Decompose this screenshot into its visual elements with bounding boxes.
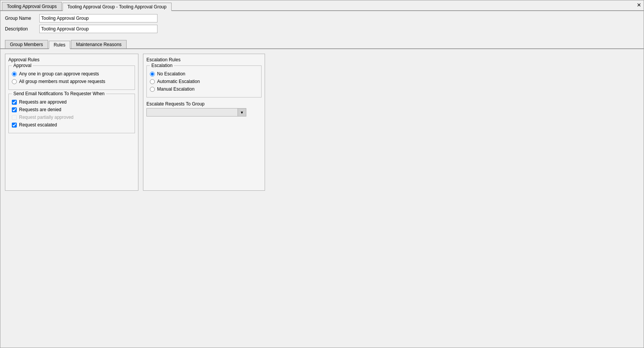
sub-tab-group-members[interactable]: Group Members [5, 40, 48, 48]
cb-approved-row: Requests are approved [12, 99, 132, 105]
radio-any-one-row: Any one in group can approve requests [12, 71, 132, 77]
description-input[interactable] [39, 25, 157, 33]
tab-tooling-approval-groups[interactable]: Tooling Approval Groups [2, 2, 62, 10]
escalation-rules-panel: Escalation Rules Escalation No Escalatio… [143, 54, 265, 191]
sub-tab-maintenance-reasons[interactable]: Maintenance Reasons [71, 40, 126, 48]
cb-denied-label: Requests are denied [19, 107, 61, 112]
cb-partial-row: Request partially approved [12, 115, 132, 120]
group-name-input[interactable] [39, 14, 157, 22]
form-area: Group Name Description [0, 11, 644, 38]
radio-no-escalation[interactable] [150, 72, 155, 77]
content-area: Approval Rules Approval Any one in group… [0, 49, 644, 195]
approval-options: Any one in group can approve requests Al… [12, 69, 132, 84]
radio-all-members[interactable] [12, 79, 17, 84]
approval-legend: Approval [12, 63, 33, 68]
approval-rules-panel: Approval Rules Approval Any one in group… [5, 54, 138, 191]
cb-escalated-row: Request escalated [12, 122, 132, 128]
tab-label-detail: Tooling Approval Group - Tooling Approva… [67, 4, 167, 10]
escalate-to-group-input[interactable] [146, 108, 238, 117]
escalation-legend: Escalation [150, 63, 174, 68]
radio-any-one-label[interactable]: Any one in group can approve requests [19, 71, 99, 77]
sub-tab-rules-label: Rules [54, 42, 66, 48]
notifications-group-box: Send Email Notifications To Requester Wh… [8, 94, 135, 133]
tab-tooling-approval-group-detail[interactable]: Tooling Approval Group - Tooling Approva… [63, 3, 172, 11]
radio-automatic[interactable] [150, 79, 155, 84]
radio-no-escalation-label[interactable]: No Escalation [157, 71, 185, 77]
radio-any-one[interactable] [12, 72, 17, 77]
cb-partial[interactable] [12, 115, 17, 120]
escalate-to-group-label: Escalate Requests To Group [146, 101, 262, 107]
radio-no-escalation-row: No Escalation [150, 71, 258, 77]
escalation-rules-title: Escalation Rules [146, 57, 262, 62]
main-window: Tooling Approval Groups Tooling Approval… [0, 0, 644, 348]
radio-manual-row: Manual Escalation [150, 86, 258, 92]
cb-partial-label: Request partially approved [19, 115, 74, 120]
notification-options: Requests are approved Requests are denie… [12, 97, 132, 128]
close-button[interactable]: ✕ [636, 2, 642, 8]
radio-automatic-label[interactable]: Automatic Escalation [157, 79, 200, 84]
group-name-label: Group Name [5, 16, 39, 21]
escalation-group-box: Escalation No Escalation Automatic Escal… [146, 65, 262, 97]
cb-denied[interactable] [12, 107, 17, 112]
escalation-options: No Escalation Automatic Escalation Manua… [150, 69, 258, 92]
cb-denied-row: Requests are denied [12, 107, 132, 112]
escalate-dropdown-container: ▼ [146, 108, 262, 117]
radio-all-members-row: All group members must approve requests [12, 79, 132, 84]
cb-approved-label: Requests are approved [19, 99, 67, 105]
description-row: Description [5, 25, 639, 33]
sub-tab-bar: Group Members Rules Maintenance Reasons [0, 38, 644, 49]
description-label: Description [5, 26, 39, 32]
cb-escalated-label: Request escalated [19, 122, 57, 128]
sub-tab-maintenance-label: Maintenance Reasons [76, 42, 121, 47]
group-name-row: Group Name [5, 14, 639, 22]
close-icon: ✕ [637, 2, 641, 8]
escalate-dropdown-button[interactable]: ▼ [238, 108, 246, 117]
radio-automatic-row: Automatic Escalation [150, 79, 258, 84]
approval-group-box: Approval Any one in group can approve re… [8, 65, 135, 90]
radio-all-members-label[interactable]: All group members must approve requests [19, 79, 105, 84]
radio-manual[interactable] [150, 87, 155, 92]
approval-rules-title: Approval Rules [8, 57, 135, 62]
notifications-legend: Send Email Notifications To Requester Wh… [12, 91, 106, 96]
tab-label-groups: Tooling Approval Groups [7, 4, 57, 9]
radio-manual-label[interactable]: Manual Escalation [157, 86, 194, 92]
sub-tab-rules[interactable]: Rules [49, 41, 71, 49]
cb-escalated[interactable] [12, 123, 17, 128]
escalate-to-group-section: Escalate Requests To Group ▼ [146, 101, 262, 117]
tab-bar: Tooling Approval Groups Tooling Approval… [0, 0, 644, 11]
sub-tab-members-label: Group Members [10, 42, 43, 47]
chevron-down-icon: ▼ [240, 110, 244, 115]
cb-approved[interactable] [12, 100, 17, 105]
